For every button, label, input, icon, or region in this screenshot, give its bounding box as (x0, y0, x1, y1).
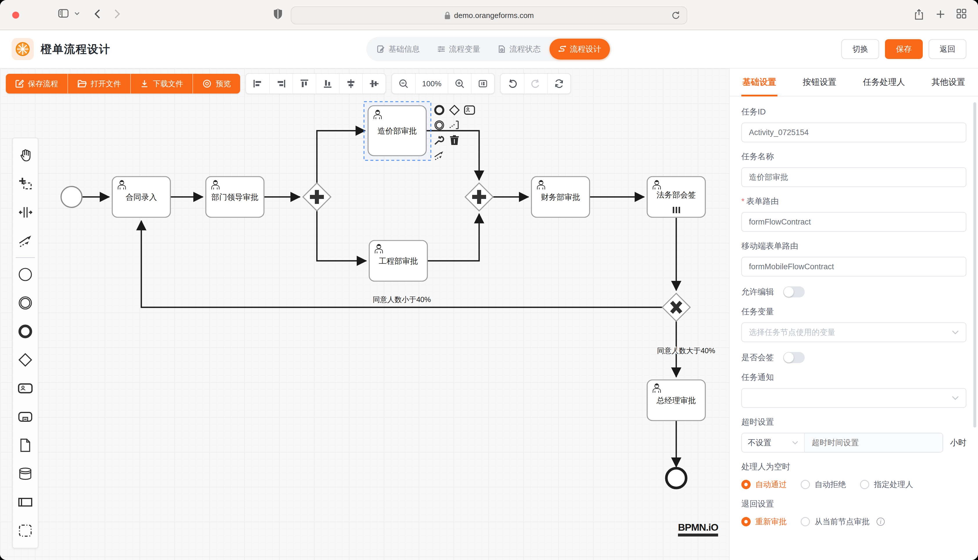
switch-button[interactable]: 切换 (841, 39, 879, 59)
shield-icon[interactable] (273, 8, 283, 20)
back-button[interactable]: 返回 (929, 39, 966, 59)
reset-icon[interactable] (547, 74, 570, 93)
fit-viewport-icon[interactable] (471, 74, 494, 93)
sidebar-icon[interactable] (58, 9, 69, 18)
countersign-toggle[interactable] (783, 352, 805, 363)
append-intermediate-event-icon[interactable] (434, 120, 445, 131)
task-notify-select[interactable] (741, 388, 966, 408)
edge-label-reject[interactable]: 同意人数小于40% (373, 295, 431, 303)
timeout-value-input[interactable] (805, 433, 943, 452)
align-right-icon[interactable] (269, 74, 293, 93)
align-top-icon[interactable] (293, 74, 316, 93)
task-general-manager-approval[interactable]: 总经理审批 (647, 380, 705, 421)
radio-re-approve[interactable]: 重新审批 (741, 517, 787, 527)
start-event-icon[interactable] (12, 260, 38, 289)
save-flow-button[interactable]: 保存流程 (6, 74, 67, 93)
append-gateway-icon[interactable] (449, 105, 460, 116)
space-tool-icon[interactable] (12, 198, 38, 227)
start-event[interactable] (61, 187, 82, 207)
lasso-tool-icon[interactable] (12, 170, 38, 198)
parallel-gateway-join[interactable] (465, 183, 493, 211)
edge-engineering-to-gateway2[interactable] (427, 214, 479, 261)
append-end-event-icon[interactable] (434, 105, 445, 116)
allow-edit-toggle[interactable] (783, 287, 805, 297)
edge-gateway1-to-engineering[interactable] (317, 211, 366, 261)
zoom-level[interactable]: 100% (415, 74, 448, 93)
edge-gateway1-to-cost[interactable] (317, 131, 365, 183)
connect-tool-icon[interactable] (12, 227, 38, 255)
chevron-down-icon[interactable] (74, 12, 80, 16)
download-file-button[interactable]: 下载文件 (130, 74, 192, 93)
end-event-icon[interactable] (12, 317, 38, 346)
new-tab-icon[interactable] (936, 10, 945, 18)
user-task-icon[interactable] (12, 374, 38, 403)
intermediate-event-icon[interactable] (12, 289, 38, 317)
mobile-form-route-input[interactable] (741, 257, 966, 277)
task-variable-select[interactable]: 选择任务节点使用的变量 (741, 322, 966, 342)
task-name-input[interactable] (741, 167, 966, 187)
radio-auto-reject[interactable]: 自动拒绝 (801, 479, 846, 490)
task-contract-entry[interactable]: 合同录入 (112, 177, 171, 217)
align-left-icon[interactable] (246, 74, 269, 93)
subprocess-icon[interactable] (12, 403, 38, 431)
pool-icon[interactable] (12, 488, 38, 517)
form-route-input[interactable] (741, 212, 966, 232)
wrench-icon[interactable] (434, 135, 445, 146)
radio-assign-handler[interactable]: 指定处理人 (860, 479, 913, 490)
back-icon[interactable] (94, 9, 100, 19)
task-legal-dept-countersign[interactable]: 法务部会签 (647, 177, 705, 217)
tab-button-settings[interactable]: 按钮设置 (803, 68, 836, 96)
align-vertical-center-icon[interactable] (362, 74, 386, 93)
tab-flow-variables[interactable]: 流程变量 (428, 38, 489, 60)
task-engineering-dept-approval[interactable]: 工程部审批 (369, 240, 427, 281)
redo-icon[interactable] (524, 74, 547, 93)
group-icon[interactable] (12, 517, 38, 545)
task-id-input[interactable] (741, 123, 966, 142)
task-cost-dept-approval[interactable]: 造价部审批 (368, 106, 426, 156)
align-horizontal-center-icon[interactable] (339, 74, 362, 93)
preview-button[interactable]: 预览 (192, 74, 240, 93)
trash-icon[interactable] (449, 135, 460, 146)
bpmn-diagram: 同意人数小于40% 同意人数大于40% 合同录入 部门领导审批 (0, 68, 729, 560)
info-icon[interactable]: i (876, 518, 885, 526)
end-event[interactable] (666, 468, 686, 488)
bpmn-io-watermark[interactable]: BPMN.iO (678, 522, 718, 537)
parallel-gateway-split[interactable] (303, 183, 331, 211)
open-file-button[interactable]: 打开文件 (67, 74, 130, 93)
datastore-icon[interactable] (12, 460, 38, 488)
tab-flow-status[interactable]: 流程状态 (489, 38, 550, 60)
timeout-mode-select[interactable]: 不设置 (742, 433, 805, 452)
task-dept-leader-approval[interactable]: 部门领导审批 (206, 177, 264, 217)
connect-icon[interactable] (434, 150, 445, 161)
address-bar[interactable]: demo.orangeforms.com (291, 7, 687, 24)
undo-icon[interactable] (501, 74, 524, 93)
reject-setting-label: 退回设置 (741, 498, 966, 510)
edge-label-approve[interactable]: 同意人数大于40% (657, 347, 715, 355)
bpmn-canvas[interactable]: 同意人数小于40% 同意人数大于40% 合同录入 部门领导审批 (0, 68, 729, 560)
gateway-icon[interactable] (12, 346, 38, 374)
tab-flow-design[interactable]: 流程设计 (550, 38, 610, 60)
tab-task-assignee[interactable]: 任务处理人 (863, 68, 905, 96)
append-user-task-icon[interactable] (464, 105, 475, 116)
radio-from-current-node[interactable]: 从当前节点审批i (801, 517, 885, 527)
append-annotation-icon[interactable] (449, 120, 460, 131)
exclusive-gateway[interactable] (662, 293, 690, 321)
file-icon[interactable] (12, 431, 38, 460)
panel-scrollbar[interactable] (973, 102, 976, 428)
zoom-out-icon[interactable] (392, 74, 415, 93)
tabs-overview-icon[interactable] (956, 9, 966, 18)
tab-basic-settings[interactable]: 基础设置 (742, 68, 776, 96)
tab-basic-info[interactable]: 基础信息 (368, 38, 428, 60)
align-bottom-icon[interactable] (316, 74, 339, 93)
share-icon[interactable] (914, 9, 924, 20)
save-button[interactable]: 保存 (885, 39, 923, 59)
zoom-window-button[interactable] (0, 12, 7, 18)
reload-icon[interactable] (671, 10, 681, 20)
radio-auto-approve[interactable]: 自动通过 (741, 479, 787, 490)
close-window-button[interactable] (12, 12, 19, 18)
hand-tool-icon[interactable] (12, 141, 38, 170)
task-finance-dept-approval[interactable]: 财务部审批 (532, 177, 590, 217)
zoom-in-icon[interactable] (448, 74, 471, 93)
forward-icon[interactable] (114, 9, 120, 19)
tab-other-settings[interactable]: 其他设置 (931, 68, 965, 96)
